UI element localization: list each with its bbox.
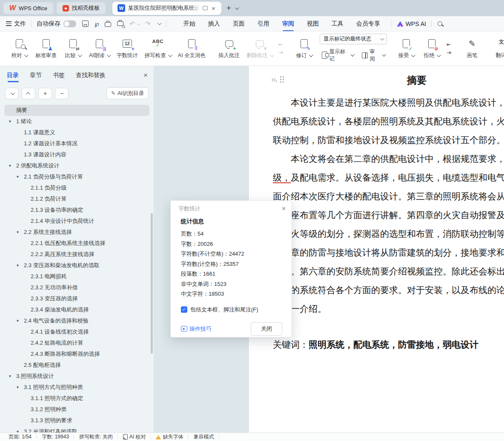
toc-item[interactable]: 2.5 配电柜选择 [4, 360, 149, 371]
collapse-level-button[interactable]: − [55, 88, 69, 99]
menu-tab[interactable]: 审阅 [276, 17, 301, 31]
reject-change-button[interactable]: ⊘ 拒绝 [419, 36, 444, 61]
close-tab-icon[interactable]: × [211, 5, 216, 12]
status-bar-item[interactable]: AI 校对 [118, 433, 151, 441]
sidebar-tab[interactable]: 查找和替换 [76, 72, 106, 83]
toc-item[interactable]: 2.2.2 高压系统主接线选择 [4, 249, 149, 260]
toc-item[interactable]: 3.照明系统设计 [4, 371, 149, 382]
save-icon[interactable] [82, 20, 89, 27]
toc-item[interactable]: 1.2 课题设计基本情况 [4, 138, 149, 149]
toc-item[interactable]: 2.4.1 设备线缆初次选择 [4, 326, 149, 337]
toc-item[interactable]: 3.2 光源和灯具的选取 [4, 426, 149, 432]
status-bar-item[interactable]: 字数: 19943 [37, 433, 74, 441]
toc-item[interactable]: 2.3 变压器和柴油发电机的选取 [4, 260, 149, 271]
review-pane-button[interactable]: 审阅 [360, 47, 387, 64]
redo-icon[interactable]: ↷ [145, 20, 151, 27]
sidebar-scrollbar[interactable] [151, 213, 153, 354]
quickbar-more-chevron-icon[interactable] [158, 21, 162, 25]
autosave-toggle[interactable] [63, 20, 76, 27]
status-bar-item[interactable]: 拼写检查: 关闭 [74, 433, 118, 441]
track-changes-button[interactable]: ✎ 修订 [292, 36, 316, 61]
toc-item[interactable]: 2.3.2 无功功率补偿 [4, 282, 149, 293]
show-markup-button[interactable]: 显示标记 [320, 47, 355, 64]
toc-item[interactable]: 2 供配电系统设计 [4, 160, 149, 171]
toc-item[interactable]: 2.2.1 低压配电系统主接线选择 [4, 238, 149, 249]
toc-item[interactable]: 摘要 [4, 105, 149, 116]
translate-button[interactable]: 文A⇄ 翻译 [491, 36, 504, 61]
menu-tab[interactable]: 开始 [177, 17, 202, 31]
sidebar-tab[interactable]: 书签 [53, 72, 65, 83]
toc-item[interactable]: 2.4.2 短路电流的计算 [4, 337, 149, 349]
menu-tab[interactable]: 视图 [301, 17, 325, 31]
toc-item[interactable]: 2.2 系统主接线选择 [4, 227, 149, 238]
word-count-button[interactable]: 12+ 字数统计 [114, 36, 141, 61]
tab-list-chevron-icon[interactable] [235, 6, 239, 10]
dialog-close-icon[interactable]: × [282, 205, 286, 213]
sidebar-close-icon[interactable]: × [143, 71, 148, 83]
delete-comment-button: × 删除批注 [243, 36, 276, 61]
toc-item[interactable]: 3.1.2 照明种类 [4, 404, 149, 415]
print-preview-icon[interactable] [117, 20, 123, 27]
dialog-close-button[interactable]: 关闭 [251, 322, 282, 336]
collapse-all-button[interactable] [22, 88, 35, 99]
insert-comment-button[interactable]: + 插入批注 [215, 36, 243, 61]
toc-item[interactable]: 2.1.4 毕业设计中负荷统计 [4, 216, 149, 227]
drag-handle-icon[interactable] [280, 76, 284, 83]
tab-template-store[interactable]: ◆ 找稻壳模板 [57, 2, 106, 14]
toc-item[interactable]: 3.1 照明方式与照明种类 [4, 382, 149, 393]
menu-tab[interactable]: 会员专享 [350, 17, 387, 31]
menu-tab[interactable]: 页面 [226, 17, 251, 31]
spell-check-icon: ABC✓ [152, 39, 163, 48]
standard-review-button[interactable]: ♟ 标准审查 [32, 36, 60, 61]
spell-check-button[interactable]: ABC✓ 拼写检查 [142, 36, 174, 61]
toc-item[interactable]: 2.3.4 柴油发电机的选择 [4, 304, 149, 315]
toc-item[interactable]: 1 绪论 [4, 116, 149, 127]
status-bar-item[interactable]: 兼容模式 [188, 433, 219, 441]
float-window-icon[interactable] [203, 6, 208, 10]
ink-brush-button[interactable]: ✎ 画笔 [460, 36, 484, 61]
compare-button[interactable]: ⇄ 比较 [60, 36, 85, 61]
undo-icon[interactable]: ↶ [129, 20, 139, 27]
new-tab-button[interactable]: + [226, 3, 231, 13]
toc-item[interactable]: 2.1.2 负荷计算 [4, 193, 149, 205]
tips-link[interactable]: ▶ 操作技巧 [181, 325, 212, 333]
export-icon[interactable]: ℘ [94, 20, 99, 27]
sidebar-tab[interactable]: 目录 [7, 72, 19, 83]
expand-level-button[interactable]: + [38, 88, 52, 99]
markup-state-dropdown[interactable]: 显示标记的最终状态 [320, 34, 387, 44]
proofread-button[interactable]: 校对 [7, 36, 32, 61]
toc-item[interactable]: 2.1 负荷分级与负荷计算 [4, 171, 149, 182]
menu-tab[interactable]: 插入 [202, 17, 226, 31]
toc-item[interactable]: 1.3 课题设计内容 [4, 149, 149, 160]
toc-item[interactable]: 2.3.3 变压器的选择 [4, 293, 149, 304]
print-icon[interactable] [105, 22, 111, 27]
window-tab-bar: W WPS Office ◆ 找稻壳模板 W 某医院住院部照明配电系统设 × + [0, 0, 504, 16]
menu-tab[interactable]: 工具 [325, 17, 350, 31]
next-change-icon[interactable]: ⇥ [447, 50, 451, 55]
search-icon[interactable] [438, 21, 442, 26]
expand-all-button[interactable] [5, 88, 19, 99]
file-menu[interactable]: 文件 [14, 20, 26, 28]
ai-recognize-toc-button[interactable]: ✎ AI识别目录 [106, 87, 149, 99]
previous-change-icon[interactable]: ⇤ [447, 42, 451, 47]
ai-read-button[interactable]: ·)) AI朗读 [86, 36, 113, 61]
include-textbox-checkbox[interactable]: ✓ [181, 306, 187, 313]
sidebar-tab[interactable]: 章节 [30, 72, 42, 83]
accept-change-button[interactable]: ✓ 接受 [394, 36, 418, 61]
toc-item[interactable]: 2.4.3 断路器和熔断器的选择 [4, 349, 149, 360]
tab-document-active[interactable]: W 某医院住院部照明配电系统设 × [112, 2, 221, 15]
status-bar-item[interactable]: 缺失字体 [151, 433, 188, 441]
toc-item[interactable]: 3.1.1 照明方式的确定 [4, 393, 149, 404]
toc-item[interactable]: 1.1 课题意义 [4, 127, 149, 138]
toc-item[interactable]: 2.3.1 电网损耗 [4, 271, 149, 282]
ai-polish-button[interactable]: ✎ AI 全文润色 [175, 36, 209, 61]
toc-item[interactable]: 2.1.3 设备功率的确定 [4, 205, 149, 216]
ai-proofread-icon [123, 434, 128, 440]
status-bar-item[interactable]: 页面: 1/54 [3, 433, 37, 441]
menu-tab[interactable]: 引用 [251, 17, 276, 31]
wps-ai-menu[interactable]: WPS AI [397, 20, 426, 27]
toc-item[interactable]: 2.1.1 负荷分级 [4, 182, 149, 193]
toc-item[interactable]: 3.1.3 照明的要求 [4, 415, 149, 426]
toc-item[interactable]: 2.4 电气设备的选择和校验 [4, 315, 149, 326]
tab-wps-office[interactable]: W WPS Office [3, 2, 53, 14]
